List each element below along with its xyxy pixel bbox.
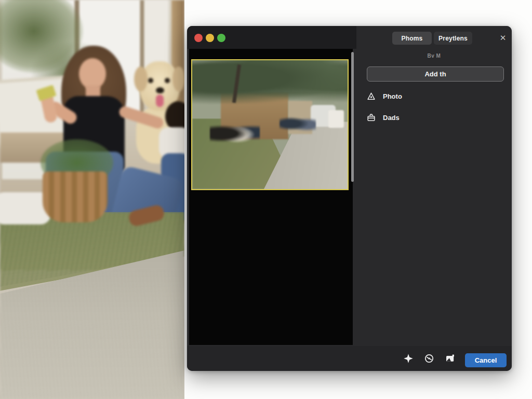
photo-thumbnail-selected[interactable] xyxy=(191,59,349,190)
photo-picker-dialog: Phoms Preytlens ✕ Bv M Add th xyxy=(187,26,512,371)
photo-basket xyxy=(43,171,108,222)
sidebar-item-label: Dads xyxy=(383,114,400,122)
photo-triangle-icon xyxy=(367,92,376,101)
sidebar-item-dads[interactable]: Dads xyxy=(367,112,400,123)
pictures-icon[interactable] xyxy=(444,353,456,364)
add-button[interactable]: Add th xyxy=(367,66,504,82)
photo-dog-ear xyxy=(134,66,148,91)
zoom-traffic-light[interactable] xyxy=(217,34,225,42)
photo-gravel-texture xyxy=(0,270,184,399)
tab-projects[interactable]: Preytlens xyxy=(434,32,472,45)
briefcase-icon xyxy=(367,113,376,122)
photo-woman-face xyxy=(79,58,106,89)
vertical-scrollbar-thumb[interactable] xyxy=(351,52,354,182)
dial-icon[interactable] xyxy=(423,353,435,364)
minimize-traffic-light[interactable] xyxy=(206,34,214,42)
sidebar-item-photo[interactable]: Photo xyxy=(367,90,402,102)
photo-dog-nose xyxy=(156,87,164,94)
photo-dog-eyes xyxy=(148,78,153,83)
sidebar-section-label: Bv M xyxy=(356,53,512,59)
thumb-people-sitting xyxy=(210,122,260,143)
tab-photos[interactable]: Phoms xyxy=(392,32,432,45)
sidebar: Bv M Add th Photo Dads xyxy=(356,49,512,346)
photo-browser-panel xyxy=(189,49,353,345)
close-traffic-light[interactable] xyxy=(194,34,203,42)
sparkle-icon[interactable] xyxy=(402,353,415,364)
close-icon[interactable]: ✕ xyxy=(497,32,509,44)
background-photo xyxy=(0,0,184,399)
footer-toolbar: Cancel xyxy=(187,346,512,371)
thumb-van xyxy=(328,110,344,128)
photo-dog-tongue xyxy=(156,95,164,107)
sidebar-item-label: Photo xyxy=(383,92,402,100)
cancel-button[interactable]: Cancel xyxy=(465,353,507,367)
photo-dog-ear xyxy=(172,66,184,91)
thumb-people-sitting xyxy=(280,114,316,133)
thumb-tree-canopy xyxy=(191,59,349,104)
